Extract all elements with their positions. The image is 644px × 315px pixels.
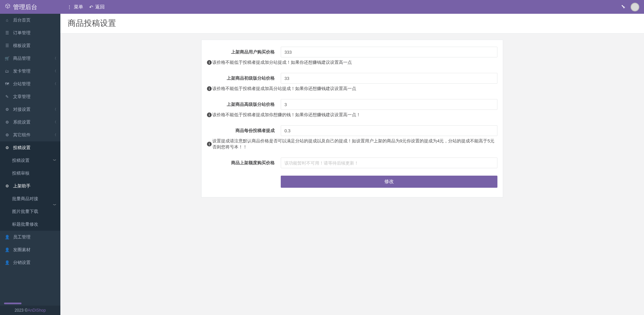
sidebar-subitem: 图片批量下载 (0, 205, 60, 218)
sidebar-link[interactable]: ✎文章管理 (0, 90, 60, 103)
sidebar-item: ⚙系统设置〈 (0, 116, 60, 129)
sidebar-sublink[interactable]: 投稿设置 (0, 154, 60, 167)
top-right (621, 3, 644, 11)
form-row: 商品每份投稿者提成i设置提成请注意默认商品价格是否可以满足分站的提成以及自己的提… (207, 125, 497, 150)
sidebar-link[interactable]: ⚙上架助手 (0, 180, 60, 192)
back-button-label: 返回 (95, 4, 105, 10)
form-label: 商品上架额度购买价格 (207, 158, 281, 168)
top-actions: ⋮ 菜单 ↶ 返回 (60, 4, 105, 10)
hint-text: 该价格不能低于投稿者提成加分站提成！如果你还想赚钱建议设置高一点 (212, 59, 352, 65)
sidebar-subitem: 标题批量修改 (0, 218, 60, 231)
info-icon: i (207, 113, 212, 117)
nav-icon: 👤 (5, 260, 9, 265)
hint-text: 该价格不能低于投稿者提成加高分站提成！如果你还想赚钱建议设置高一点 (212, 86, 356, 92)
sidebar-item: 🛒商品管理〈 (0, 52, 60, 65)
cube-icon (5, 3, 10, 10)
nav-icon: ⚙ (5, 133, 9, 137)
sidebar-item-label: 文章管理 (13, 94, 31, 100)
form-row: 上架商品初级版分站价格i该价格不能低于投稿者提成加高分站提成！如果你还想赚钱建议… (207, 73, 497, 92)
sidebar-item-label: 其它组件 (13, 132, 31, 138)
sidebar-link[interactable]: 🛒商品管理 (0, 52, 60, 65)
form-row: 上架商品用户购买价格i该价格不能低于投稿者提成加分站提成！如果你还想赚钱建议设置… (207, 47, 497, 65)
nav-icon: ⚙ (5, 184, 9, 188)
brand-label: 管理后台 (13, 3, 37, 11)
nav-icon: 👤 (5, 248, 9, 252)
sidebar-scrollbar-thumb[interactable] (4, 303, 21, 304)
form-label: 上架商品高级版分站价格 (207, 99, 281, 109)
nav-icon: 🗺 (5, 82, 9, 86)
chevron-left-icon: 〈 (53, 56, 56, 61)
sidebar-item: ✎文章管理 (0, 90, 60, 103)
sidebar-item-label: 模板设置 (13, 43, 31, 49)
sidebar-sublink[interactable]: 投稿审核 (0, 167, 60, 180)
sidebar-item-label: 分销设置 (13, 260, 31, 266)
sidebar-item: 👤分销设置 (0, 256, 60, 269)
sidebar-link[interactable]: ⌂后台首页 (0, 14, 60, 27)
nav-icon: ☰ (5, 31, 9, 35)
menu-toggle[interactable]: ⋮ 菜单 (67, 4, 83, 10)
sidebar-item: ⚙投稿设置﹀投稿设置投稿审核 (0, 141, 60, 180)
hint-text: 设置提成请注意默认商品价格是否可以满足分站的提成以及自己的提成！如设置用户上架的… (212, 138, 497, 150)
sidebar-item: 🗺分站管理〈 (0, 78, 60, 90)
sidebar-sublink[interactable]: 标题批量修改 (0, 218, 60, 231)
sidebar-link[interactable]: ⚙对接设置 (0, 103, 60, 116)
sidebar-link[interactable]: 👤分销设置 (0, 256, 60, 269)
sidebar-item: ⚙上架助手﹀批量商品对接图片批量下载标题批量修改 (0, 180, 60, 231)
sidebar-link[interactable]: ☰订单管理 (0, 27, 60, 39)
sidebar-item-label: 分站管理 (13, 81, 31, 87)
dots-vertical-icon: ⋮ (67, 4, 72, 10)
text-input[interactable] (281, 47, 497, 57)
sidebar-item: ☰订单管理 (0, 27, 60, 39)
back-arrow-icon: ↶ (89, 4, 93, 10)
sidebar-item: ⌂后台首页 (0, 14, 60, 27)
sidebar-item: ⚙其它组件〈 (0, 129, 60, 141)
sidebar-item-label: 系统设置 (13, 119, 31, 125)
nav-icon: ⚙ (5, 120, 9, 125)
menu-toggle-label: 菜单 (74, 4, 83, 10)
form-label: 上架商品初级版分站价格 (207, 73, 281, 83)
nav-icon: ☰ (5, 43, 9, 48)
sidebar-link[interactable]: ⚙系统设置 (0, 116, 60, 129)
footer-year: 2023 © (15, 308, 28, 313)
sidebar-item: 🗂发卡管理〈 (0, 65, 60, 78)
footer-link[interactable]: AnDiShop (28, 308, 46, 313)
nav-icon: 👤 (5, 235, 9, 239)
chevron-left-icon: 〈 (53, 107, 56, 112)
wrench-icon[interactable] (621, 4, 626, 10)
info-icon: i (207, 86, 212, 91)
submit-button[interactable]: 修改 (281, 176, 497, 188)
info-icon: i (207, 142, 212, 146)
text-input[interactable] (281, 158, 497, 168)
back-button[interactable]: ↶ 返回 (89, 4, 105, 10)
sidebar-link[interactable]: ⚙投稿设置 (0, 141, 60, 154)
sidebar-item-label: 投稿设置 (13, 145, 31, 151)
text-input[interactable] (281, 125, 497, 136)
sidebar: ⌂后台首页☰订单管理☰模板设置🛒商品管理〈🗂发卡管理〈🗺分站管理〈✎文章管理⚙对… (0, 14, 60, 315)
nav-icon: ✎ (5, 94, 9, 99)
hint-text: 该价格不能低于投稿者提成加你想赚的钱！如果你还想赚钱建议设置高一点！ (212, 112, 361, 118)
form-hint: i该价格不能低于投稿者提成加高分站提成！如果你还想赚钱建议设置高一点 (207, 86, 356, 92)
text-input[interactable] (281, 99, 497, 110)
sidebar-link[interactable]: ⚙其它组件 (0, 129, 60, 141)
settings-form: 上架商品用户购买价格i该价格不能低于投稿者提成加分站提成！如果你还想赚钱建议设置… (207, 47, 497, 188)
sidebar-sublink[interactable]: 图片批量下载 (0, 205, 60, 218)
sidebar-item-label: 发卡管理 (13, 68, 31, 74)
submit-row: 修改 (207, 176, 497, 188)
sidebar-link[interactable]: 🗂发卡管理 (0, 65, 60, 78)
sidebar-subitem: 投稿审核 (0, 167, 60, 180)
form-label: 商品每份投稿者提成 (207, 126, 281, 136)
sidebar-link[interactable]: 👤发圈素材 (0, 243, 60, 256)
text-input[interactable] (281, 73, 497, 84)
sidebar-link[interactable]: ☰模板设置 (0, 39, 60, 52)
sidebar-link[interactable]: 👤员工管理 (0, 231, 60, 243)
avatar[interactable] (631, 3, 639, 11)
chevron-left-icon: 〈 (53, 82, 56, 86)
sidebar-item-label: 员工管理 (13, 234, 31, 240)
chevron-left-icon: 〈 (53, 69, 56, 74)
sidebar-item: 👤员工管理 (0, 231, 60, 243)
sidebar-link[interactable]: 🗺分站管理 (0, 78, 60, 90)
sidebar-item-label: 上架助手 (13, 183, 31, 189)
sidebar-sublink[interactable]: 批量商品对接 (0, 192, 60, 205)
content-wrap: 上架商品用户购买价格i该价格不能低于投稿者提成加分站提成！如果你还想赚钱建议设置… (60, 34, 644, 204)
sidebar-item: ☰模板设置 (0, 39, 60, 52)
